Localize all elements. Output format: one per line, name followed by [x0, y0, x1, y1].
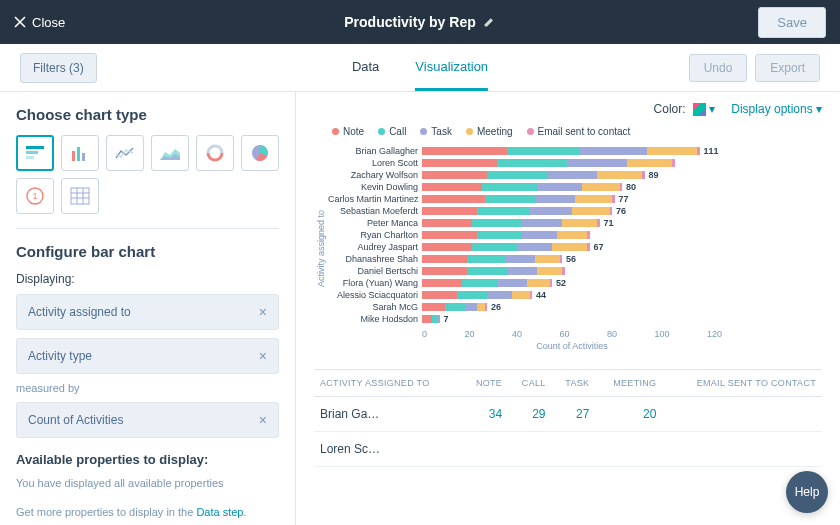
category-label: Loren Scott	[328, 157, 418, 169]
color-swatch[interactable]	[693, 103, 706, 116]
available-heading: Available properties to display:	[16, 452, 279, 467]
y-axis-label: Activity assigned to	[314, 145, 328, 351]
data-table: ACTIVITY ASSIGNED TONOTECALLTASKMEETINGE…	[314, 369, 822, 467]
close-icon	[14, 16, 26, 28]
category-label: Alessio Sciacquatori	[328, 289, 418, 301]
category-label: Sebastian Moeferdt	[328, 205, 418, 217]
bar-row	[422, 265, 822, 277]
x-axis-label: Count of Activities	[422, 341, 722, 351]
filters-button[interactable]: Filters (3)	[20, 53, 97, 83]
svg-text:1: 1	[32, 191, 37, 201]
chart-type-grid: 1	[16, 135, 279, 214]
table-header[interactable]: ACTIVITY ASSIGNED TO	[314, 370, 462, 397]
table-header[interactable]: MEETING	[595, 370, 662, 397]
tab-data[interactable]: Data	[352, 44, 379, 91]
bar-row	[422, 229, 822, 241]
svg-rect-3	[72, 151, 75, 161]
chart-type-pie[interactable]	[241, 135, 279, 171]
field-count[interactable]: Count of Activities×	[16, 402, 279, 438]
main-panel: Color: ▾ Display options ▾ Note Call Tas…	[296, 92, 840, 525]
table-row[interactable]: Loren Sc…	[314, 432, 822, 467]
chart-type-area[interactable]	[151, 135, 189, 171]
category-label: Audrey Jaspart	[328, 241, 418, 253]
edit-icon[interactable]	[484, 16, 496, 28]
close-button[interactable]: Close	[14, 15, 65, 30]
bar-row: 67	[422, 241, 822, 253]
field-activity-assigned[interactable]: Activity assigned to×	[16, 294, 279, 330]
table-header[interactable]: CALL	[508, 370, 551, 397]
bar-row: 56	[422, 253, 822, 265]
legend: Note Call Task Meeting Email sent to con…	[332, 126, 822, 137]
category-label: Brian Gallagher	[328, 145, 418, 157]
category-label: Dhanashree Shah	[328, 253, 418, 265]
category-label: Ryan Charlton	[328, 229, 418, 241]
color-label: Color: ▾	[654, 102, 716, 116]
svg-rect-5	[82, 153, 85, 161]
bar-row: 71	[422, 217, 822, 229]
more-props-text: Get more properties to display in the Da…	[16, 504, 279, 521]
category-label: Flora (Yuan) Wang	[328, 277, 418, 289]
remove-icon[interactable]: ×	[259, 304, 267, 320]
bar-row: 80	[422, 181, 822, 193]
category-label: Sarah McG	[328, 301, 418, 313]
toolbar: Filters (3) Data Visualization Undo Expo…	[0, 44, 840, 92]
remove-icon[interactable]: ×	[259, 348, 267, 364]
configure-heading: Configure bar chart	[16, 243, 279, 260]
category-label: Zachary Wolfson	[328, 169, 418, 181]
bar-row: 77	[422, 193, 822, 205]
tab-visualization[interactable]: Visualization	[415, 44, 488, 91]
bar-row: 111	[422, 145, 822, 157]
category-label: Mike Hodsdon	[328, 313, 418, 325]
chart-type-table[interactable]	[61, 178, 99, 214]
field-activity-type[interactable]: Activity type×	[16, 338, 279, 374]
measured-label: measured by	[16, 382, 279, 394]
available-text: You have displayed all available propert…	[16, 475, 279, 492]
bar-row: 7	[422, 313, 822, 325]
svg-rect-2	[26, 156, 34, 159]
chart-type-line[interactable]	[106, 135, 144, 171]
bar-row: 26	[422, 301, 822, 313]
close-label: Close	[32, 15, 65, 30]
bar-row: 44	[422, 289, 822, 301]
chart-type-donut[interactable]	[196, 135, 234, 171]
category-label: Kevin Dowling	[328, 181, 418, 193]
svg-rect-0	[26, 146, 44, 149]
table-header[interactable]: EMAIL SENT TO CONTACT	[662, 370, 822, 397]
chart-type-vbar[interactable]	[61, 135, 99, 171]
bar-row: 89	[422, 169, 822, 181]
svg-rect-4	[77, 147, 80, 161]
help-button[interactable]: Help	[786, 471, 828, 513]
bar-row: 52	[422, 277, 822, 289]
page-title: Productivity by Rep	[344, 14, 475, 30]
undo-button[interactable]: Undo	[689, 54, 748, 82]
app-header: Close Productivity by Rep Save	[0, 0, 840, 44]
bar-chart: Activity assigned to Brian GallagherLore…	[314, 145, 822, 351]
chart-type-summary[interactable]: 1	[16, 178, 54, 214]
choose-heading: Choose chart type	[16, 106, 279, 123]
display-options[interactable]: Display options ▾	[731, 102, 822, 116]
table-row[interactable]: Brian Ga…34292720	[314, 397, 822, 432]
category-label: Daniel Bertschi	[328, 265, 418, 277]
displaying-label: Displaying:	[16, 272, 279, 286]
svg-rect-1	[26, 151, 38, 154]
category-label: Carlos Martin Martinez	[328, 193, 418, 205]
table-header[interactable]: TASK	[552, 370, 596, 397]
bar-row	[422, 157, 822, 169]
data-step-link[interactable]: Data step	[196, 506, 243, 518]
export-button[interactable]: Export	[755, 54, 820, 82]
save-button[interactable]: Save	[758, 7, 826, 38]
remove-icon[interactable]: ×	[259, 412, 267, 428]
svg-rect-11	[71, 188, 89, 204]
category-label: Peter Manca	[328, 217, 418, 229]
sidebar: Choose chart type 1 Configure bar chart …	[0, 92, 296, 525]
bar-row: 76	[422, 205, 822, 217]
table-header[interactable]: NOTE	[462, 370, 508, 397]
chart-type-hbar[interactable]	[16, 135, 54, 171]
